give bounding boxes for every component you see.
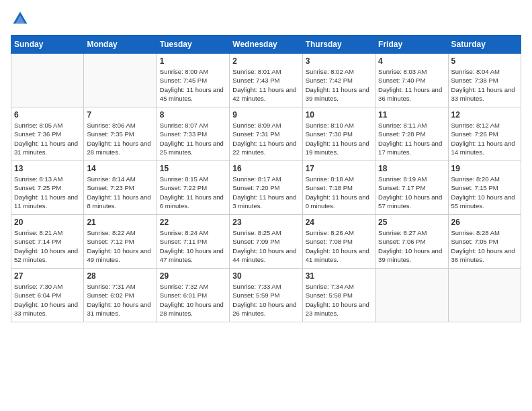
sunrise: Sunrise: 8:26 AM xyxy=(306,229,354,236)
daylight: Daylight: 10 hours and 31 minutes. xyxy=(87,301,150,317)
day-info: Sunrise: 8:26 AMSunset: 7:08 PMDaylight:… xyxy=(306,228,372,264)
calendar-cell: 25Sunrise: 8:27 AMSunset: 7:06 PMDayligh… xyxy=(375,215,448,269)
sunrise: Sunrise: 8:14 AM xyxy=(87,175,135,183)
calendar-cell: 11Sunrise: 8:11 AMSunset: 7:28 PMDayligh… xyxy=(375,107,448,161)
daylight: Daylight: 11 hours and 25 minutes. xyxy=(160,140,224,156)
sunset: Sunset: 7:36 PM xyxy=(14,130,61,138)
calendar-week-5: 27Sunrise: 7:30 AMSunset: 6:04 PMDayligh… xyxy=(11,269,521,322)
day-number: 16 xyxy=(232,164,299,173)
sunrise: Sunrise: 8:25 AM xyxy=(232,229,281,236)
daylight: Daylight: 11 hours and 33 minutes. xyxy=(451,86,515,102)
calendar-cell: 10Sunrise: 8:10 AMSunset: 7:30 PMDayligh… xyxy=(302,107,375,161)
calendar-cell xyxy=(448,269,521,322)
daylight: Daylight: 11 hours and 11 minutes. xyxy=(14,193,78,210)
sunrise: Sunrise: 8:01 AM xyxy=(232,68,281,75)
sunset: Sunset: 7:05 PM xyxy=(451,238,498,245)
day-number: 30 xyxy=(232,271,299,281)
day-info: Sunrise: 8:18 AMSunset: 7:18 PMDaylight:… xyxy=(306,175,372,210)
day-info: Sunrise: 8:13 AMSunset: 7:25 PMDaylight:… xyxy=(14,175,81,210)
calendar-cell: 19Sunrise: 8:20 AMSunset: 7:15 PMDayligh… xyxy=(448,161,521,215)
sunrise: Sunrise: 8:03 AM xyxy=(378,68,427,75)
daylight: Daylight: 10 hours and 49 minutes. xyxy=(87,247,150,263)
daylight: Daylight: 10 hours and 52 minutes. xyxy=(14,247,78,263)
daylight: Daylight: 11 hours and 36 minutes. xyxy=(378,86,442,102)
day-info: Sunrise: 8:14 AMSunset: 7:23 PMDaylight:… xyxy=(87,175,153,210)
day-number: 26 xyxy=(451,218,518,227)
day-info: Sunrise: 8:15 AMSunset: 7:22 PMDaylight:… xyxy=(160,175,226,210)
day-info: Sunrise: 8:02 AMSunset: 7:42 PMDaylight:… xyxy=(306,67,372,103)
day-info: Sunrise: 8:07 AMSunset: 7:33 PMDaylight:… xyxy=(160,121,226,156)
daylight: Daylight: 10 hours and 26 minutes. xyxy=(232,301,296,317)
sunrise: Sunrise: 8:17 AM xyxy=(232,175,281,183)
sunset: Sunset: 5:59 PM xyxy=(232,291,279,299)
sunset: Sunset: 7:38 PM xyxy=(451,77,498,84)
day-info: Sunrise: 8:24 AMSunset: 7:11 PMDaylight:… xyxy=(160,228,226,264)
sunrise: Sunrise: 8:28 AM xyxy=(451,229,500,236)
calendar-cell: 17Sunrise: 8:18 AMSunset: 7:18 PMDayligh… xyxy=(302,161,375,215)
day-number: 18 xyxy=(378,164,445,173)
calendar-week-4: 20Sunrise: 8:21 AMSunset: 7:14 PMDayligh… xyxy=(11,215,521,269)
day-number: 20 xyxy=(14,218,81,227)
sunrise: Sunrise: 8:15 AM xyxy=(160,175,208,183)
calendar-cell: 14Sunrise: 8:14 AMSunset: 7:23 PMDayligh… xyxy=(84,161,157,215)
day-number: 15 xyxy=(160,164,226,173)
calendar-cell: 22Sunrise: 8:24 AMSunset: 7:11 PMDayligh… xyxy=(157,215,229,269)
calendar-cell: 1Sunrise: 8:00 AMSunset: 7:45 PMDaylight… xyxy=(157,54,229,107)
daylight: Daylight: 11 hours and 45 minutes. xyxy=(160,86,224,102)
calendar-cell: 29Sunrise: 7:32 AMSunset: 6:01 PMDayligh… xyxy=(157,269,229,322)
sunset: Sunset: 6:01 PM xyxy=(160,291,207,299)
sunset: Sunset: 7:12 PM xyxy=(87,238,134,245)
day-info: Sunrise: 8:10 AMSunset: 7:30 PMDaylight:… xyxy=(306,121,372,156)
day-number: 25 xyxy=(378,218,445,227)
calendar-cell: 5Sunrise: 8:04 AMSunset: 7:38 PMDaylight… xyxy=(448,54,521,107)
daylight: Daylight: 10 hours and 23 minutes. xyxy=(306,301,369,317)
sunrise: Sunrise: 7:32 AM xyxy=(160,283,208,290)
sunset: Sunset: 7:42 PM xyxy=(306,77,353,84)
day-number: 31 xyxy=(306,271,372,281)
daylight: Daylight: 11 hours and 3 minutes. xyxy=(232,193,296,210)
sunrise: Sunrise: 8:02 AM xyxy=(306,68,354,75)
daylight: Daylight: 10 hours and 47 minutes. xyxy=(160,247,224,263)
sunset: Sunset: 7:23 PM xyxy=(87,184,134,191)
day-info: Sunrise: 8:27 AMSunset: 7:06 PMDaylight:… xyxy=(378,228,445,264)
sunrise: Sunrise: 8:06 AM xyxy=(87,122,135,129)
day-number: 12 xyxy=(451,110,518,120)
sunset: Sunset: 7:35 PM xyxy=(87,130,134,138)
day-header-monday: Monday xyxy=(84,36,157,54)
daylight: Daylight: 10 hours and 39 minutes. xyxy=(378,247,442,263)
calendar-cell: 26Sunrise: 8:28 AMSunset: 7:05 PMDayligh… xyxy=(448,215,521,269)
daylight: Daylight: 11 hours and 19 minutes. xyxy=(306,140,369,156)
day-number: 19 xyxy=(451,164,518,173)
sunset: Sunset: 7:45 PM xyxy=(160,77,207,84)
sunset: Sunset: 7:40 PM xyxy=(378,77,425,84)
day-info: Sunrise: 8:12 AMSunset: 7:26 PMDaylight:… xyxy=(451,121,518,156)
sunset: Sunset: 7:26 PM xyxy=(451,130,498,138)
sunrise: Sunrise: 8:27 AM xyxy=(378,229,427,236)
daylight: Daylight: 10 hours and 41 minutes. xyxy=(306,247,369,263)
sunrise: Sunrise: 8:20 AM xyxy=(451,175,500,183)
page-header xyxy=(11,11,521,27)
day-info: Sunrise: 8:28 AMSunset: 7:05 PMDaylight:… xyxy=(451,228,518,264)
day-info: Sunrise: 8:19 AMSunset: 7:17 PMDaylight:… xyxy=(378,175,445,210)
sunrise: Sunrise: 8:22 AM xyxy=(87,229,135,236)
sunrise: Sunrise: 8:09 AM xyxy=(232,122,281,129)
day-number: 3 xyxy=(306,56,372,66)
calendar-cell: 7Sunrise: 8:06 AMSunset: 7:35 PMDaylight… xyxy=(84,107,157,161)
sunrise: Sunrise: 8:13 AM xyxy=(14,175,62,183)
sunrise: Sunrise: 8:00 AM xyxy=(160,68,208,75)
calendar-cell: 31Sunrise: 7:34 AMSunset: 5:58 PMDayligh… xyxy=(302,269,375,322)
day-number: 13 xyxy=(14,164,81,173)
calendar-week-2: 6Sunrise: 8:05 AMSunset: 7:36 PMDaylight… xyxy=(11,107,521,161)
sunrise: Sunrise: 8:21 AM xyxy=(14,229,62,236)
day-info: Sunrise: 8:22 AMSunset: 7:12 PMDaylight:… xyxy=(87,228,153,264)
calendar-cell: 21Sunrise: 8:22 AMSunset: 7:12 PMDayligh… xyxy=(84,215,157,269)
day-header-friday: Friday xyxy=(375,36,448,54)
sunset: Sunset: 7:09 PM xyxy=(232,238,279,245)
daylight: Daylight: 11 hours and 39 minutes. xyxy=(306,86,369,102)
sunset: Sunset: 7:28 PM xyxy=(378,130,425,138)
sunset: Sunset: 7:06 PM xyxy=(378,238,425,245)
daylight: Daylight: 10 hours and 44 minutes. xyxy=(232,247,296,263)
sunset: Sunset: 7:31 PM xyxy=(232,130,279,138)
sunset: Sunset: 7:11 PM xyxy=(160,238,207,245)
sunrise: Sunrise: 7:34 AM xyxy=(306,283,354,290)
